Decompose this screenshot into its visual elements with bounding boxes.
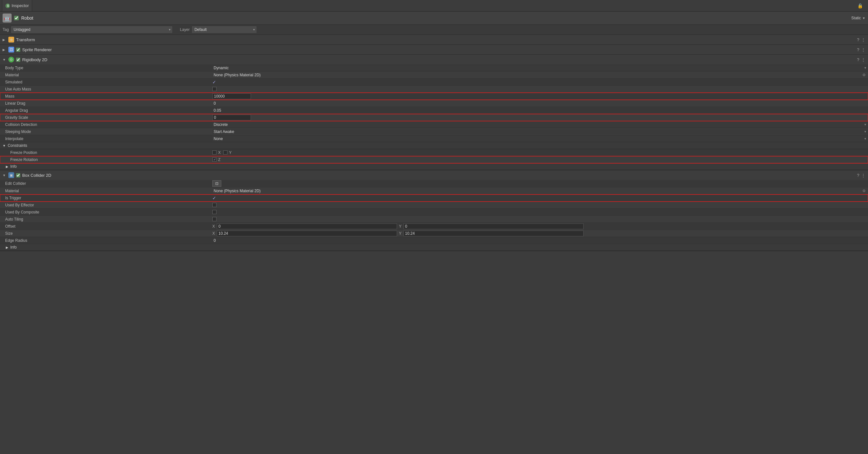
transform-header[interactable]: ▶ ⊕ Transform ? ⋮ bbox=[0, 35, 868, 45]
sprite-renderer-header[interactable]: ▶ 🖼 Sprite Renderer ? ⋮ bbox=[0, 45, 868, 54]
rigidbody2d-info-label: Info bbox=[10, 164, 17, 169]
is-trigger-checkmark: ✓ bbox=[212, 195, 216, 201]
tab-bar: ℹ Inspector 🔒 bbox=[0, 0, 868, 11]
sprite-renderer-settings-icon[interactable]: ⋮ bbox=[861, 47, 865, 52]
interpolate-row: Interpolate None ▼ bbox=[0, 135, 868, 142]
offset-label: Offset bbox=[0, 224, 212, 229]
freeze-rot-z-checkbox[interactable]: ✓ bbox=[212, 158, 217, 162]
rigidbody2d-component: ▼ ⚙ Rigidbody 2D ? ⋮ Body Type Dynamic ▼… bbox=[0, 55, 868, 170]
interpolate-dropdown[interactable]: None ▼ bbox=[212, 136, 868, 141]
collision-detection-label: Collision Detection bbox=[0, 122, 212, 127]
gameobject-icon: 🤖 bbox=[3, 13, 11, 23]
constraints-row[interactable]: ▼ Constraints bbox=[0, 142, 868, 149]
offset-x-input[interactable] bbox=[217, 223, 397, 229]
transform-component: ▶ ⊕ Transform ? ⋮ bbox=[0, 35, 868, 45]
box-collider-info-label: Info bbox=[10, 245, 17, 250]
auto-tiling-checkbox[interactable] bbox=[212, 217, 217, 221]
rigidbody2d-info-row[interactable]: ▶ Info bbox=[0, 163, 868, 170]
layer-select[interactable]: Default bbox=[192, 26, 256, 33]
is-trigger-label: Is Trigger bbox=[0, 196, 212, 200]
mass-input[interactable] bbox=[212, 93, 251, 99]
is-trigger-row: Is Trigger ✓ bbox=[0, 195, 868, 202]
collision-detection-dropdown[interactable]: Discrete ▼ bbox=[212, 122, 868, 127]
auto-tiling-label: Auto Tiling bbox=[0, 217, 212, 222]
rigidbody2d-help-icon[interactable]: ? bbox=[857, 57, 859, 62]
simulated-checkmark: ✓ bbox=[212, 80, 216, 85]
box-collider-triangle: ▼ bbox=[3, 174, 6, 177]
static-dropdown-arrow[interactable]: ▼ bbox=[862, 17, 865, 20]
size-y-label: Y bbox=[399, 231, 402, 236]
box-collider-header[interactable]: ▼ ▣ Box Collider 2D ? ⋮ bbox=[0, 170, 868, 180]
bc-material-value: None (Physics Material 2D) bbox=[212, 188, 262, 194]
freeze-rotation-label: Freeze Rotation bbox=[0, 158, 212, 162]
tag-label: Tag bbox=[3, 27, 9, 32]
collision-detection-row: Collision Detection Discrete ▼ bbox=[0, 121, 868, 128]
box-collider-2d-component: ▼ ▣ Box Collider 2D ? ⋮ Edit Collider ⊡ … bbox=[0, 170, 868, 251]
offset-row: Offset X Y bbox=[0, 223, 868, 230]
transform-settings-icon[interactable]: ⋮ bbox=[861, 37, 865, 42]
used-by-composite-row: Used By Composite bbox=[0, 209, 868, 216]
gravity-scale-input[interactable] bbox=[212, 115, 251, 120]
sprite-renderer-triangle: ▶ bbox=[3, 48, 6, 52]
layer-label: Layer bbox=[180, 27, 189, 32]
angular-drag-value: 0.05 bbox=[212, 108, 868, 113]
bc-material-value-wrap: None (Physics Material 2D) ⊙ bbox=[212, 188, 868, 194]
freeze-position-row: Freeze Position X Y bbox=[0, 149, 868, 156]
gameobject-header: 🤖 Robot Static ▼ bbox=[0, 11, 868, 25]
rb-material-value-wrap: None (Physics Material 2D) ⊙ bbox=[212, 73, 868, 78]
body-type-dropdown[interactable]: Dynamic ▼ bbox=[212, 65, 868, 70]
static-label: Static bbox=[851, 16, 861, 20]
inspector-tab[interactable]: ℹ Inspector bbox=[2, 0, 32, 11]
rigidbody2d-icon: ⚙ bbox=[8, 57, 14, 62]
transform-header-icons: ? ⋮ bbox=[857, 37, 865, 42]
use-auto-mass-checkbox[interactable] bbox=[212, 87, 217, 91]
offset-y-input[interactable] bbox=[403, 223, 584, 229]
box-collider-settings-icon[interactable]: ⋮ bbox=[861, 173, 865, 178]
use-auto-mass-label: Use Auto Mass bbox=[0, 87, 212, 91]
freeze-pos-x-checkbox[interactable] bbox=[212, 150, 217, 154]
size-xy: X Y bbox=[212, 231, 584, 236]
gameobject-enabled-checkbox[interactable] bbox=[14, 16, 19, 20]
rigidbody2d-settings-icon[interactable]: ⋮ bbox=[861, 57, 865, 62]
tag-select[interactable]: Untagged bbox=[11, 26, 172, 33]
sprite-renderer-enabled[interactable] bbox=[16, 48, 20, 52]
box-collider-help-icon[interactable]: ? bbox=[857, 173, 859, 178]
mass-row: Mass bbox=[0, 93, 868, 100]
box-collider-info-row[interactable]: ▶ Info bbox=[0, 244, 868, 251]
freeze-pos-y-checkbox[interactable] bbox=[223, 150, 227, 154]
rigidbody2d-header[interactable]: ▼ ⚙ Rigidbody 2D ? ⋮ bbox=[0, 55, 868, 64]
edge-radius-row: Edge Radius 0 bbox=[0, 237, 868, 244]
used-by-effector-label: Used By Effector bbox=[0, 203, 212, 207]
rb-material-row: Material None (Physics Material 2D) ⊙ bbox=[0, 72, 868, 79]
size-x-input[interactable] bbox=[217, 231, 397, 236]
angular-drag-row: Angular Drag 0.05 bbox=[0, 107, 868, 114]
box-collider-info-triangle: ▶ bbox=[6, 246, 8, 249]
simulated-label: Simulated bbox=[0, 80, 212, 84]
sprite-renderer-name: Sprite Renderer bbox=[22, 47, 855, 52]
offset-x-label: X bbox=[212, 224, 215, 229]
transform-help-icon[interactable]: ? bbox=[857, 37, 859, 42]
simulated-row: Simulated ✓ bbox=[0, 79, 868, 86]
bc-material-row: Material None (Physics Material 2D) ⊙ bbox=[0, 188, 868, 195]
size-label: Size bbox=[0, 231, 212, 236]
used-by-composite-checkbox[interactable] bbox=[212, 210, 217, 214]
bc-material-label: Material bbox=[0, 189, 212, 193]
sleeping-mode-label: Sleeping Mode bbox=[0, 130, 212, 134]
used-by-composite-label: Used By Composite bbox=[0, 210, 212, 215]
freeze-pos-x-label: X bbox=[218, 150, 221, 155]
edit-collider-button[interactable]: ⊡ bbox=[212, 180, 221, 187]
sprite-renderer-help-icon[interactable]: ? bbox=[857, 47, 859, 52]
size-y-input[interactable] bbox=[403, 231, 584, 236]
box-collider-enabled[interactable] bbox=[16, 173, 20, 177]
edge-radius-value: 0 bbox=[212, 238, 868, 243]
used-by-effector-row: Used By Effector bbox=[0, 202, 868, 209]
gravity-scale-label: Gravity Scale bbox=[0, 115, 212, 120]
layer-select-wrap: Default bbox=[192, 26, 256, 33]
used-by-effector-checkbox[interactable] bbox=[212, 203, 217, 207]
rigidbody2d-enabled[interactable] bbox=[16, 58, 20, 62]
sleeping-mode-dropdown[interactable]: Start Awake ▼ bbox=[212, 129, 868, 134]
transform-triangle: ▶ bbox=[3, 38, 6, 41]
offset-y-label: Y bbox=[399, 224, 402, 229]
lock-button[interactable]: 🔒 bbox=[857, 3, 866, 8]
box-collider-icon: ▣ bbox=[8, 172, 14, 178]
